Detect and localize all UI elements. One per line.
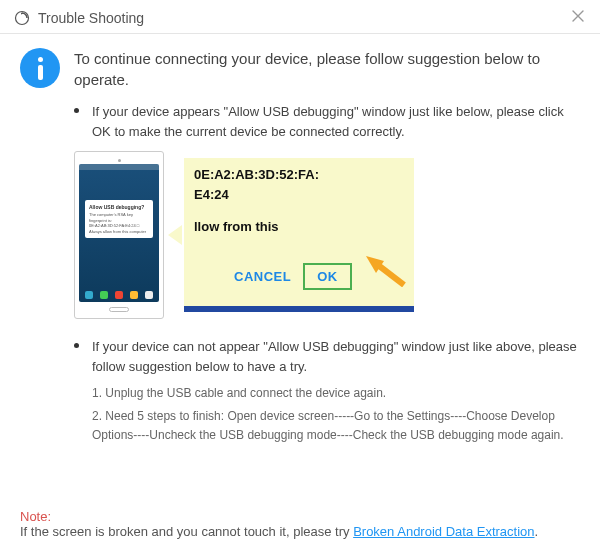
- dialog-ok-button: OK: [317, 269, 338, 284]
- arrow-icon: [362, 253, 406, 290]
- step-1: 1. Unplug the USB cable and connect the …: [92, 384, 580, 403]
- bullet-dot: [74, 343, 80, 450]
- note-text: If the screen is broken and you cannot t…: [20, 524, 353, 539]
- note-label: Note:: [20, 509, 580, 524]
- info-icon: [20, 48, 60, 460]
- footer-note: Note: If the screen is broken and you ca…: [20, 509, 580, 539]
- step-2: 2. Need 5 steps to finish: Open device s…: [92, 407, 580, 445]
- zoom-allow-text: llow from this: [194, 218, 404, 236]
- content: To continue connecting your device, plea…: [0, 34, 600, 460]
- note-period: .: [535, 524, 539, 539]
- broken-android-link[interactable]: Broken Android Data Extraction: [353, 524, 534, 539]
- titlebar: Trouble Shooting: [0, 0, 600, 34]
- app-icon: [14, 10, 30, 26]
- instruction-1-text: If your device appears "Allow USB debugg…: [92, 102, 580, 141]
- phone-dialog-body: The computer's RSA key fingerprint is: 0…: [89, 212, 149, 234]
- window-title: Trouble Shooting: [38, 10, 144, 26]
- zoom-fingerprint-2: E4:24: [194, 186, 404, 204]
- bullet-dot: [74, 108, 80, 141]
- titlebar-left: Trouble Shooting: [14, 10, 144, 26]
- close-icon[interactable]: [570, 8, 586, 27]
- headline: To continue connecting your device, plea…: [74, 48, 580, 90]
- callout-pointer: [168, 225, 182, 245]
- instruction-2-text: If your device can not appear "Allow USB…: [92, 337, 580, 376]
- instruction-item-2: If your device can not appear "Allow USB…: [74, 337, 580, 450]
- phone-mockup: Allow USB debugging? The computer's RSA …: [74, 151, 164, 319]
- steps-list: 1. Unplug the USB cable and connect the …: [92, 384, 580, 446]
- illustration: Allow USB debugging? The computer's RSA …: [74, 151, 580, 319]
- instruction-item-1: If your device appears "Allow USB debugg…: [74, 102, 580, 141]
- phone-dialog-title: Allow USB debugging?: [89, 204, 149, 210]
- phone-dialog: Allow USB debugging? The computer's RSA …: [85, 200, 153, 238]
- dialog-ok-highlight: OK: [303, 263, 352, 290]
- zoom-fingerprint-1: 0E:A2:AB:3D:52:FA:: [194, 166, 404, 184]
- zoom-panel: 0E:A2:AB:3D:52:FA: E4:24 llow from this …: [184, 158, 414, 312]
- main-body: To continue connecting your device, plea…: [74, 48, 580, 460]
- dialog-cancel-button: CANCEL: [234, 269, 291, 284]
